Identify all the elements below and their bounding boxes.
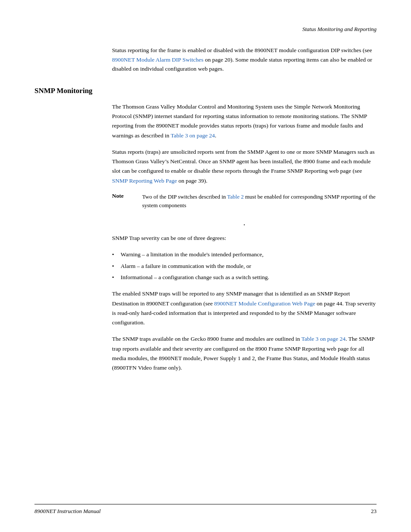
page-footer: 8900NET Instruction Manual 23	[34, 504, 377, 515]
intro-link-suffix: on page 20	[203, 56, 230, 63]
para4-link-suffix: on page 44	[315, 300, 342, 307]
section-para3: SNMP Trap severity can be one of three d…	[112, 233, 377, 243]
para5-link[interactable]: Table 3 on page 24	[301, 336, 346, 342]
bullet-list: Warning – a limitation in the module's i…	[112, 250, 377, 282]
footer-title: 8900NET Instruction Manual	[34, 508, 101, 515]
para2-link-suffix: on page 39	[177, 177, 204, 184]
note-link[interactable]: Table 2	[227, 193, 243, 200]
para4-link[interactable]: 8900NET Module Configuration Web Page	[214, 300, 315, 307]
para5-text: The SNMP traps available on the Gecko 89…	[112, 336, 301, 342]
dot: .	[243, 218, 246, 227]
header-title: Status Monitoring and Reporting	[302, 26, 377, 32]
bullet-item-2: Alarm – a failure in communication with …	[112, 261, 377, 271]
intro-link[interactable]: 8900NET Module Alarm DIP Switches	[112, 56, 203, 63]
bullet-text-3: Informational – a configuration change s…	[121, 274, 269, 280]
note-text: Two of the DIP switches described in Tab…	[142, 193, 377, 210]
para1-text: The Thomson Grass Valley Modular Control…	[112, 103, 367, 139]
section-para5: The SNMP traps available on the Gecko 89…	[112, 334, 377, 373]
section-content: The Thomson Grass Valley Modular Control…	[112, 102, 377, 373]
bullet-item-3: Informational – a configuration change s…	[112, 273, 377, 282]
intro-text: Status reporting for the frame is enable…	[112, 47, 372, 53]
footer-page-number: 23	[371, 508, 377, 515]
para1-suffix: .	[215, 132, 216, 139]
section-para2: Status reports (traps) are unsolicited r…	[112, 147, 377, 186]
section-heading: SNMP Monitoring	[34, 87, 377, 95]
para1-link[interactable]: Table 3 on page 24	[171, 132, 215, 139]
intro-paragraph: Status reporting for the frame is enable…	[112, 46, 377, 74]
section-para1: The Thomson Grass Valley Modular Control…	[112, 102, 377, 140]
bullet-text-2: Alarm – a failure in communication with …	[121, 263, 251, 269]
bullet-item-1: Warning – a limitation in the module's i…	[112, 250, 377, 259]
page: Status Monitoring and Reporting Status r…	[0, 0, 411, 532]
para2-text: Status reports (traps) are unsolicited r…	[112, 149, 374, 174]
page-header: Status Monitoring and Reporting	[34, 26, 377, 33]
note-prefix: Two of the DIP switches described in	[142, 193, 227, 200]
dot-separator: .	[112, 218, 377, 227]
para2-link[interactable]: SNMP Reporting Web Page	[112, 177, 177, 184]
section-para4: The enabled SNMP traps will be reported …	[112, 289, 377, 327]
note-block: Note Two of the DIP switches described i…	[112, 193, 377, 210]
bullet-text-1: Warning – a limitation in the module's i…	[121, 251, 264, 258]
para2-suffix: ).	[204, 177, 207, 184]
note-label: Note	[112, 193, 142, 210]
